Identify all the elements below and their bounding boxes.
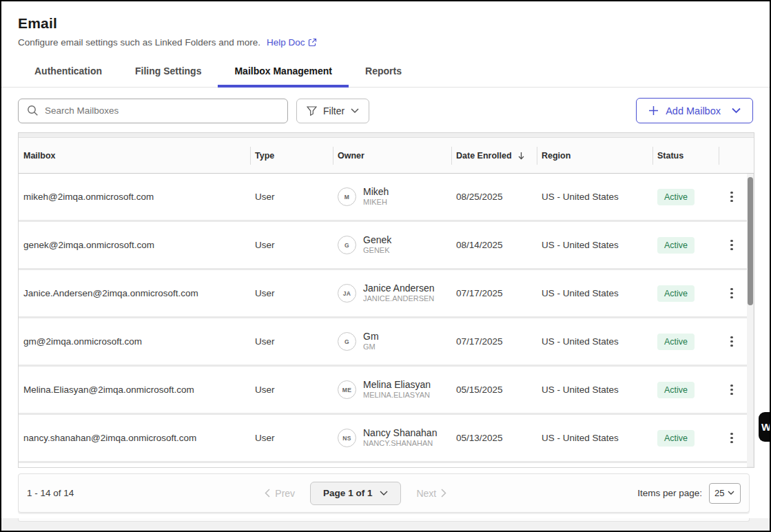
column-header[interactable] bbox=[719, 138, 754, 173]
pagination-bar: 1 - 14 of 14 Prev Page 1 of 1 Next Items… bbox=[18, 473, 750, 513]
column-header[interactable]: Status bbox=[652, 138, 719, 173]
table-row: Melina.Eliasyan@2imqa.onmicrosoft.com Us… bbox=[19, 367, 747, 413]
cell-owner: ME Melina Eliasyan MELINA.ELIASYAN bbox=[333, 379, 451, 400]
cell-actions bbox=[719, 283, 747, 304]
column-header-label: Type bbox=[255, 151, 274, 161]
floating-widget-tab[interactable]: W bbox=[759, 412, 770, 442]
cell-type: User bbox=[250, 385, 333, 395]
filter-button[interactable]: Filter bbox=[296, 99, 369, 123]
cell-actions bbox=[719, 331, 747, 352]
column-header[interactable]: Owner bbox=[333, 138, 451, 173]
kebab-menu-icon[interactable] bbox=[723, 283, 740, 304]
filter-funnel-icon bbox=[307, 106, 317, 116]
prev-page-label: Prev bbox=[275, 488, 295, 499]
owner-alias: NANCY.SHANAHAN bbox=[363, 439, 437, 449]
column-header-label: Mailbox bbox=[23, 151, 56, 161]
column-header[interactable]: Type bbox=[250, 138, 333, 173]
cell-actions bbox=[719, 428, 747, 449]
toolbar: Filter Add Mailbox bbox=[18, 98, 753, 123]
status-badge: Active bbox=[657, 334, 695, 350]
cell-owner: M Mikeh MIKEH bbox=[333, 186, 451, 207]
cell-mailbox: nancy.shanahan@2imqa.onmicrosoft.com bbox=[19, 433, 250, 443]
items-per-page-label: Items per page: bbox=[637, 488, 702, 498]
cell-mailbox: Melina.Eliasyan@2imqa.onmicrosoft.com bbox=[19, 385, 250, 395]
cell-date-enrolled: 05/15/2025 bbox=[451, 385, 537, 395]
owner-name: Nancy Shanahan bbox=[363, 427, 437, 440]
cell-actions bbox=[719, 380, 747, 400]
help-doc-link-label: Help Doc bbox=[267, 37, 305, 48]
table-row: nancy.shanahan@2imqa.onmicrosoft.com Use… bbox=[19, 415, 747, 461]
cell-status: Active bbox=[652, 189, 719, 205]
help-doc-link[interactable]: Help Doc bbox=[267, 37, 318, 48]
kebab-menu-icon[interactable] bbox=[723, 428, 740, 449]
chevron-down-icon bbox=[732, 108, 741, 114]
owner-alias: GENEK bbox=[363, 246, 391, 256]
status-badge: Active bbox=[657, 382, 695, 398]
cell-region: US - United States bbox=[537, 192, 652, 202]
status-badge: Active bbox=[657, 189, 695, 205]
page-selector-label: Page 1 of 1 bbox=[323, 488, 372, 498]
cell-date-enrolled: 08/14/2025 bbox=[451, 240, 537, 250]
owner-name: Mikeh bbox=[363, 186, 389, 198]
owner-alias: MELINA.ELIASYAN bbox=[363, 391, 431, 400]
column-header[interactable]: Mailbox bbox=[19, 138, 250, 173]
owner-alias: JANICE.ANDERSEN bbox=[363, 294, 435, 304]
chevron-down-icon bbox=[351, 108, 359, 114]
scrollbar-thumb[interactable] bbox=[748, 177, 753, 305]
cell-owner: JA Janice Andersen JANICE.ANDERSEN bbox=[333, 283, 451, 304]
table-header-row: Mailbox Type Owner Date Enrolled bbox=[19, 138, 754, 174]
table-row: gm@2imqa.onmicrosoft.com User G Gm GM 07… bbox=[19, 318, 747, 365]
search-icon bbox=[27, 105, 39, 116]
owner-name: Janice Andersen bbox=[363, 283, 435, 295]
page-selector-button[interactable]: Page 1 of 1 bbox=[310, 482, 401, 505]
floating-widget-label: W bbox=[761, 421, 770, 433]
tab[interactable]: Reports bbox=[349, 57, 418, 87]
tab[interactable]: Mailbox Management bbox=[218, 57, 349, 87]
cell-type: User bbox=[250, 288, 333, 298]
table-row: mikeh@2imqa.onmicrosoft.com User M Mikeh… bbox=[19, 174, 747, 220]
owner-name: Melina Eliasyan bbox=[363, 379, 431, 391]
cell-region: US - United States bbox=[537, 288, 652, 298]
column-header-label: Region bbox=[542, 151, 570, 161]
tab-label: Reports bbox=[365, 65, 402, 76]
cell-status: Active bbox=[652, 382, 719, 398]
table-scrollbar bbox=[747, 174, 753, 467]
cell-date-enrolled: 07/17/2025 bbox=[451, 336, 537, 347]
add-mailbox-button[interactable]: Add Mailbox bbox=[636, 98, 753, 123]
filter-button-label: Filter bbox=[323, 105, 345, 116]
kebab-menu-icon[interactable] bbox=[723, 187, 740, 207]
tab[interactable]: Filing Settings bbox=[119, 57, 218, 87]
cell-region: US - United States bbox=[537, 433, 652, 443]
mailbox-table: Mailbox Type Owner Date Enrolled bbox=[18, 132, 754, 468]
next-page-button[interactable]: Next bbox=[416, 488, 446, 499]
cell-mailbox: genek@2imqa.onmicrosoft.com bbox=[19, 240, 250, 250]
search-input[interactable] bbox=[45, 105, 280, 116]
status-badge: Active bbox=[657, 285, 695, 302]
column-header-label: Owner bbox=[338, 151, 364, 161]
kebab-menu-icon[interactable] bbox=[723, 380, 740, 400]
items-per-page-select[interactable]: 25 bbox=[709, 483, 741, 504]
next-page-label: Next bbox=[416, 488, 436, 499]
column-header-label: Status bbox=[657, 151, 683, 161]
avatar: JA bbox=[338, 284, 356, 303]
cell-mailbox: Janice.Andersen@2imqa.onmicrosoft.com bbox=[19, 288, 250, 298]
page-header: Email Configure email settings such as L… bbox=[1, 1, 770, 48]
kebab-menu-icon[interactable] bbox=[723, 235, 740, 256]
column-header[interactable]: Region bbox=[537, 138, 652, 173]
tab-label: Authentication bbox=[34, 65, 102, 76]
external-link-icon bbox=[308, 38, 317, 47]
sort-desc-icon bbox=[517, 152, 525, 160]
cell-status: Active bbox=[652, 237, 719, 254]
tab-bar: Authentication Filing Settings Mailbox M… bbox=[1, 57, 770, 88]
search-box[interactable] bbox=[18, 99, 288, 123]
kebab-menu-icon[interactable] bbox=[723, 331, 740, 352]
cell-actions bbox=[719, 187, 747, 207]
chevron-down-icon bbox=[380, 491, 388, 496]
cell-status: Active bbox=[652, 334, 719, 350]
cell-status: Active bbox=[652, 285, 719, 302]
prev-page-button[interactable]: Prev bbox=[265, 488, 295, 499]
tab[interactable]: Authentication bbox=[18, 57, 119, 87]
chevron-down-icon bbox=[728, 491, 734, 495]
cell-date-enrolled: 08/25/2025 bbox=[451, 192, 537, 202]
column-header[interactable]: Date Enrolled bbox=[451, 138, 537, 173]
